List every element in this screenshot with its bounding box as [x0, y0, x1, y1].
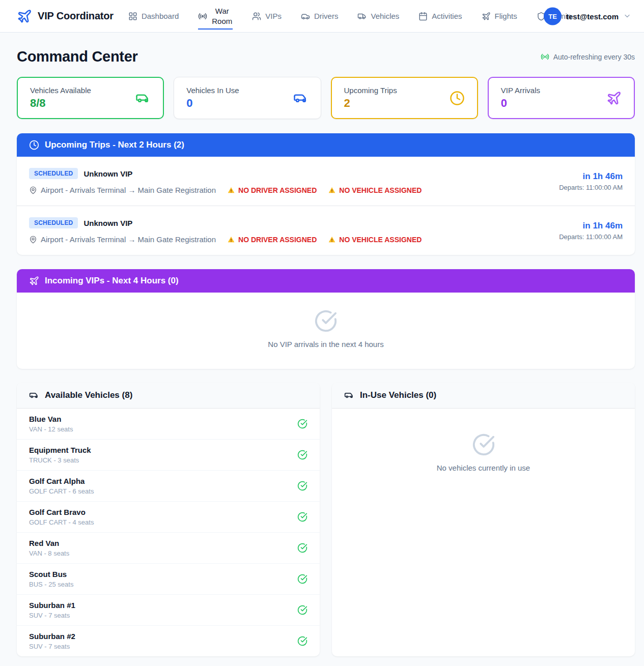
vehicle-row: Suburban #1 SUV - 7 seats	[17, 594, 320, 625]
in-use-empty-message: No vehicles currently in use	[344, 464, 623, 472]
stats-grid: Vehicles Available 8/8 Vehicles In Use 0…	[17, 77, 635, 119]
check-circle-icon	[297, 636, 307, 646]
check-circle-icon	[297, 574, 307, 584]
stat-label: Upcoming Trips	[344, 86, 397, 95]
plane-icon	[482, 12, 491, 21]
vehicles-grid: Available Vehicles (8) Blue Van VAN - 12…	[17, 383, 635, 666]
no-driver-warning: NO DRIVER ASSIGNED	[227, 186, 317, 194]
trip-route-text: Airport - Arrivals Terminal → Main Gate …	[41, 235, 216, 244]
in-use-empty-state: No vehicles currently in use	[332, 409, 635, 493]
stat-card-upcoming-trips: Upcoming Trips 2	[331, 77, 478, 119]
nav-item-vehicles[interactable]: Vehicles	[357, 12, 399, 21]
radio-icon	[198, 12, 207, 21]
upcoming-trips-section: Upcoming Trips - Next 2 Hours (2) SCHEDU…	[17, 133, 635, 255]
vehicle-details: VAN - 8 seats	[29, 549, 69, 557]
user-email: test@test.com	[566, 12, 619, 20]
nav-label: Activities	[432, 12, 462, 20]
incoming-vips-section: Incoming VIPs - Next 4 Hours (0) No VIP …	[17, 269, 635, 369]
user-menu[interactable]: TE test@test.com	[544, 7, 631, 25]
nav-item-vips[interactable]: VIPs	[252, 12, 282, 21]
vehicle-row: Golf Cart Alpha GOLF CART - 6 seats	[17, 470, 320, 501]
check-circle-icon	[297, 605, 307, 615]
stat-label: VIP Arrivals	[501, 86, 540, 95]
vehicle-details: GOLF CART - 6 seats	[29, 487, 94, 495]
top-navbar: VIP Coordinator Dashboard War Room VIPs …	[0, 0, 644, 33]
trip-row: SCHEDULED Unknown VIP Airport - Arrivals…	[17, 206, 635, 255]
stat-label: Vehicles In Use	[186, 86, 239, 95]
nav-item-drivers[interactable]: Drivers	[301, 12, 339, 21]
nav-label: Dashboard	[142, 12, 179, 20]
nav-items: Dashboard War Room VIPs Drivers Vehicles	[128, 6, 571, 26]
vehicle-name: Blue Van	[29, 415, 73, 423]
vehicle-details: VAN - 12 seats	[29, 425, 73, 433]
vehicle-row: Equipment Truck TRUCK - 3 seats	[17, 439, 320, 470]
trip-vip-name: Unknown VIP	[83, 219, 132, 227]
trip-vip-name: Unknown VIP	[83, 169, 132, 178]
main-content: Command Center Auto-refreshing every 30s…	[17, 33, 635, 666]
vehicle-row: Red Van VAN - 8 seats	[17, 532, 320, 563]
check-circle-icon	[297, 419, 307, 429]
vehicle-name: Suburban #2	[29, 632, 75, 641]
brand-name: VIP Coordinator	[38, 10, 114, 22]
no-driver-warning: NO DRIVER ASSIGNED	[227, 236, 317, 244]
stat-card-vip-arrivals: VIP Arrivals 0	[488, 77, 635, 119]
check-circle-icon	[297, 481, 307, 491]
vehicle-details: SUV - 7 seats	[29, 643, 75, 650]
van-icon	[293, 91, 309, 106]
trip-departs: Departs: 11:00:00 AM	[559, 233, 623, 241]
stat-card-vehicles-available: Vehicles Available 8/8	[17, 77, 164, 119]
warning-triangle-icon	[328, 186, 336, 194]
stat-label: Vehicles Available	[30, 86, 91, 95]
nav-item-dashboard[interactable]: Dashboard	[128, 12, 179, 21]
nav-item-flights[interactable]: Flights	[482, 12, 517, 21]
no-vehicle-warning: NO VEHICLE ASSIGNED	[328, 236, 422, 244]
section-title: Incoming VIPs - Next 4 Hours (0)	[45, 276, 179, 286]
upcoming-trips-header: Upcoming Trips - Next 2 Hours (2)	[17, 133, 635, 157]
page-title: Command Center	[17, 48, 138, 65]
nav-label: Flights	[495, 12, 517, 20]
check-circle-icon	[297, 450, 307, 460]
radio-waves-icon	[541, 52, 549, 61]
page-header: Command Center Auto-refreshing every 30s	[17, 33, 635, 65]
vehicle-name: Scout Bus	[29, 570, 73, 578]
status-badge: SCHEDULED	[29, 217, 78, 228]
trip-countdown: in 1h 46m	[559, 171, 623, 182]
vehicle-details: GOLF CART - 4 seats	[29, 518, 94, 526]
auto-refresh-status: Auto-refreshing every 30s	[541, 52, 635, 61]
vehicle-details: TRUCK - 3 seats	[29, 456, 91, 464]
van-icon	[135, 91, 151, 106]
stat-value: 8/8	[30, 97, 91, 110]
vehicle-name: Equipment Truck	[29, 446, 91, 454]
calendar-icon	[418, 12, 428, 21]
vehicle-row: Golf Cart Bravo GOLF CART - 4 seats	[17, 501, 320, 532]
in-use-vehicles-card: In-Use Vehicles (0) No vehicles currentl…	[332, 383, 635, 656]
trip-route-text: Airport - Arrivals Terminal → Main Gate …	[41, 186, 216, 194]
nav-label: Vehicles	[371, 12, 399, 20]
stat-value: 0	[186, 97, 239, 110]
stat-card-vehicles-in-use: Vehicles In Use 0	[174, 77, 321, 119]
map-pin-icon	[29, 186, 37, 194]
nav-label: VIPs	[265, 12, 282, 20]
vehicle-name: Red Van	[29, 539, 69, 547]
map-pin-icon	[29, 236, 37, 244]
section-title: Available Vehicles (8)	[45, 390, 132, 400]
nav-item-war-room[interactable]: War Room	[198, 6, 233, 26]
vip-empty-message: No VIP arrivals in the next 4 hours	[29, 340, 623, 349]
available-vehicles-header: Available Vehicles (8)	[17, 383, 320, 409]
stat-value: 0	[501, 97, 540, 110]
van-icon	[344, 390, 354, 400]
vip-empty-state: No VIP arrivals in the next 4 hours	[17, 293, 635, 369]
vehicle-name: Golf Cart Alpha	[29, 477, 94, 485]
truck-icon	[357, 12, 367, 21]
stat-value: 2	[344, 97, 397, 110]
brand-logo[interactable]: VIP Coordinator	[17, 9, 114, 24]
available-vehicles-card: Available Vehicles (8) Blue Van VAN - 12…	[17, 383, 320, 656]
no-vehicle-warning: NO VEHICLE ASSIGNED	[328, 186, 422, 194]
warning-triangle-icon	[328, 236, 336, 244]
trip-row: SCHEDULED Unknown VIP Airport - Arrivals…	[17, 157, 635, 206]
vehicle-row: Suburban #2 SUV - 7 seats	[17, 625, 320, 656]
plane-logo-icon	[17, 9, 32, 24]
vehicle-name: Golf Cart Bravo	[29, 508, 94, 516]
nav-item-activities[interactable]: Activities	[418, 12, 462, 21]
users-icon	[252, 12, 261, 21]
